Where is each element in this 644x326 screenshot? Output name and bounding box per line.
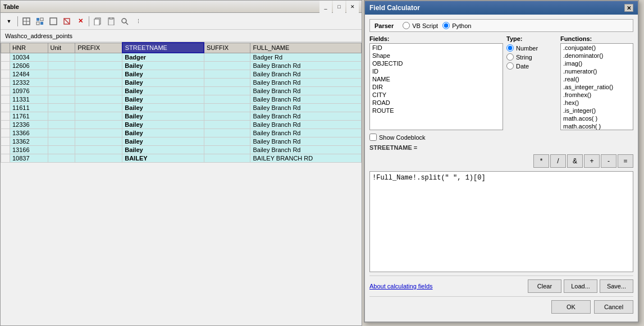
field-item[interactable]: NAME [370, 75, 503, 83]
op-ampersand[interactable]: & [567, 154, 583, 168]
function-item[interactable]: .as_integer_ratio() [561, 83, 633, 91]
function-item[interactable]: .conjugate() [561, 44, 633, 52]
ok-button[interactable]: OK [551, 300, 591, 314]
vbscript-label[interactable]: VB Script [412, 22, 438, 29]
cell-suffix [204, 129, 250, 137]
functions-listbox[interactable]: .conjugate().denominator().imag().numera… [560, 43, 633, 130]
string-option[interactable]: String [506, 53, 557, 61]
table-options-button[interactable]: ▼ [3, 15, 15, 27]
table-row[interactable]: 10976 Bailey Bailey Branch Rd [1, 87, 362, 95]
clear-selection-button[interactable] [47, 15, 60, 27]
codeblock-row[interactable]: Show Codeblock [369, 134, 633, 141]
python-label[interactable]: Python [452, 22, 471, 29]
table-row[interactable]: 11331 Bailey Bailey Branch Rd [1, 95, 362, 104]
table-row[interactable]: 12606 Bailey Bailey Branch Rd [1, 62, 362, 70]
string-radio[interactable] [506, 53, 514, 61]
save-button[interactable]: Save... [600, 279, 633, 293]
function-item[interactable]: .hex() [561, 99, 633, 107]
cell-prefix [75, 104, 122, 112]
cell-suffix [204, 95, 250, 104]
field-item[interactable]: ID [370, 67, 503, 75]
function-item[interactable]: math.acos( ) [561, 114, 633, 122]
number-radio[interactable] [506, 44, 514, 52]
field-item[interactable]: FID [370, 44, 503, 52]
op-plus[interactable]: + [584, 154, 600, 168]
cell-streetname: Bailey [122, 87, 204, 95]
function-item[interactable]: math.acosh( ) [561, 122, 633, 130]
svg-rect-11 [94, 19, 99, 25]
python-radio-group[interactable]: Python [442, 22, 471, 29]
calc-close-button[interactable]: ✕ [624, 4, 633, 12]
search-button[interactable] [118, 15, 131, 27]
field-item[interactable]: ROUTE [370, 107, 503, 114]
cancel-button[interactable]: Cancel [594, 300, 633, 314]
close-button[interactable]: ✕ [346, 1, 359, 13]
table-row[interactable]: 11761 Bailey Bailey Branch Rd [1, 112, 362, 121]
op-multiply[interactable]: * [533, 154, 549, 168]
codeblock-label[interactable]: Show Codeblock [379, 134, 426, 141]
row-indicator [1, 129, 10, 137]
field-item[interactable]: CITY [370, 91, 503, 99]
string-label[interactable]: String [516, 54, 532, 61]
op-minus[interactable]: - [601, 154, 616, 168]
col-streetname[interactable]: STREETNAME [122, 43, 204, 53]
switch-selection-button[interactable] [34, 15, 46, 27]
date-option[interactable]: Date [506, 62, 557, 70]
table-row[interactable]: 11611 Bailey Bailey Branch Rd [1, 104, 362, 112]
col-hnr[interactable]: HNR [10, 43, 48, 53]
more-button[interactable]: ⋮ [132, 15, 144, 27]
cell-fullname: BAILEY BRANCH RD [250, 154, 362, 163]
select-all-button[interactable] [20, 15, 33, 27]
vbscript-radio[interactable] [403, 22, 410, 29]
about-link[interactable]: About calculating fields [369, 283, 433, 290]
op-equals[interactable]: = [618, 154, 633, 168]
fields-listbox[interactable]: FIDShapeOBJECTIDIDNAMEDIRCITYROADROUTE [369, 43, 503, 130]
minimize-button[interactable]: _ [319, 1, 332, 13]
codeblock-checkbox[interactable] [369, 134, 377, 141]
table-row[interactable]: 12336 Bailey Bailey Branch Rd [1, 121, 362, 129]
table-row[interactable]: 13362 Bailey Bailey Branch Rd [1, 137, 362, 146]
col-fullname[interactable]: FULL_NAME [250, 43, 362, 53]
table-row[interactable]: 13366 Bailey Bailey Branch Rd [1, 129, 362, 137]
table-row[interactable]: 12332 Bailey Bailey Branch Rd [1, 79, 362, 87]
maximize-button[interactable]: □ [333, 1, 345, 13]
expression-label: STREETNAME = [369, 144, 633, 151]
delete-selection-button[interactable] [61, 15, 73, 27]
clear-button[interactable]: Clear [528, 279, 561, 293]
cell-fullname: Bailey Branch Rd [250, 79, 362, 87]
table-row[interactable]: 10034 Badger Badger Rd [1, 53, 362, 62]
python-radio[interactable] [442, 22, 450, 29]
function-item[interactable]: .is_integer() [561, 107, 633, 114]
op-divide[interactable]: / [550, 154, 566, 168]
delete-button[interactable]: ✕ [74, 15, 86, 27]
col-prefix[interactable]: PREFIX [75, 43, 122, 53]
number-option[interactable]: Number [506, 44, 557, 52]
cell-hnr: 10837 [10, 154, 48, 163]
function-item[interactable]: .denominator() [561, 52, 633, 59]
vbscript-radio-group[interactable]: VB Script [403, 22, 438, 29]
col-unit[interactable]: Unit [48, 43, 75, 53]
date-label[interactable]: Date [516, 63, 529, 70]
field-item[interactable]: Shape [370, 52, 503, 59]
field-item[interactable]: OBJECTID [370, 59, 503, 67]
table-row[interactable]: 12484 Bailey Bailey Branch Rd [1, 70, 362, 79]
function-item[interactable]: .numerator() [561, 67, 633, 75]
cell-prefix [75, 70, 122, 79]
data-table-container[interactable]: HNR Unit PREFIX STREETNAME SUFFIX FULL_N… [1, 42, 362, 325]
field-item[interactable]: ROAD [370, 99, 503, 107]
function-item[interactable]: .fromhex() [561, 91, 633, 99]
table-row[interactable]: 10837 BAILEY BAILEY BRANCH RD [1, 154, 362, 163]
field-item[interactable]: DIR [370, 83, 503, 91]
type-section: Type: Number String Date [506, 35, 557, 130]
col-suffix[interactable]: SUFFIX [204, 43, 250, 53]
function-item[interactable]: .imag() [561, 59, 633, 67]
date-radio[interactable] [506, 62, 514, 70]
copy-button[interactable] [92, 15, 104, 27]
table-row[interactable]: 13166 Bailey Bailey Branch Rd [1, 146, 362, 154]
function-item[interactable]: .real() [561, 75, 633, 83]
load-button[interactable]: Load... [564, 279, 597, 293]
paste-button[interactable] [105, 15, 117, 27]
cell-prefix [75, 129, 122, 137]
expression-editor[interactable]: !Full_Name!.split(" ", 1)[0] [369, 171, 633, 272]
number-label[interactable]: Number [516, 45, 538, 52]
